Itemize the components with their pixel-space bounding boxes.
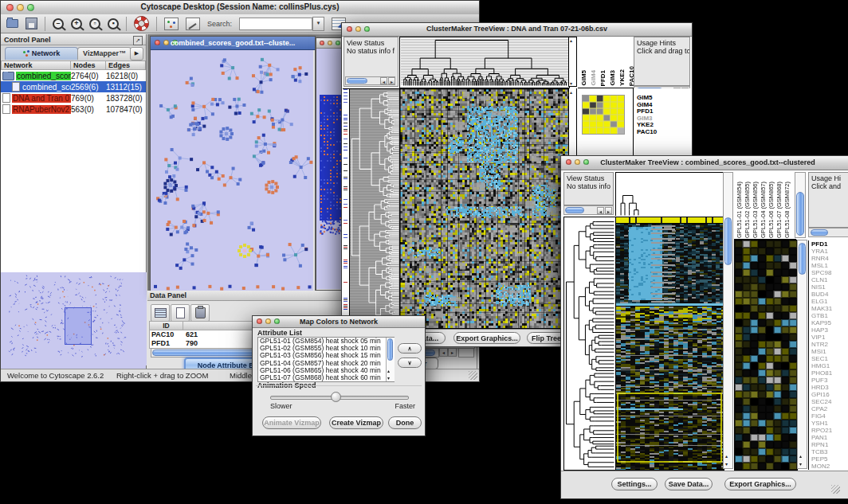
gene-label[interactable]: GTB1 xyxy=(811,312,848,319)
treeview2-zoom-heatmap[interactable] xyxy=(734,240,798,471)
attribute-list[interactable]: GPL51-01 (GSM854) heat shock 05 minGPL51… xyxy=(257,337,395,382)
move-down-button[interactable]: ∨ xyxy=(398,357,422,368)
treeview1-row-dendrogram[interactable] xyxy=(349,88,401,329)
gene-label[interactable]: SPC98 xyxy=(811,269,848,276)
gene-label[interactable]: HMG1 xyxy=(811,362,848,369)
minimize-icon[interactable] xyxy=(328,41,332,45)
gene-label[interactable]: MSL1 xyxy=(811,262,848,269)
gene-label[interactable]: CPA2 xyxy=(811,405,848,412)
column-network[interactable]: Network xyxy=(1,61,71,70)
zoom-window-icon[interactable] xyxy=(336,41,340,45)
help-icon[interactable] xyxy=(134,16,149,31)
tab-overflow-icon[interactable]: ▶ xyxy=(130,47,143,61)
gene-label[interactable]: RNR4 xyxy=(811,255,848,262)
gene-label[interactable]: MON2 xyxy=(811,463,848,470)
usage-hints-hscrollbar[interactable] xyxy=(808,228,848,237)
vizmapper-icon[interactable] xyxy=(164,18,179,30)
gene-label[interactable]: ELG1 xyxy=(811,298,848,305)
column-edges[interactable]: Edges xyxy=(106,61,146,70)
scroll-left-icon[interactable]: ◂ xyxy=(597,207,604,214)
zoom-out-icon[interactable]: – xyxy=(53,18,64,29)
search-input[interactable] xyxy=(239,18,312,30)
gene-label[interactable]: PEP5 xyxy=(811,455,848,463)
gene-label[interactable]: CLN1 xyxy=(811,276,848,283)
gene-label[interactable]: RPN1 xyxy=(811,441,848,448)
create-vizmap-button[interactable]: Create Vizmap xyxy=(329,416,383,429)
gene-label[interactable]: NTR2 xyxy=(811,341,848,348)
gene-label[interactable]: BUD4 xyxy=(811,291,848,298)
gene-label[interactable]: SEC24 xyxy=(811,398,848,405)
zoom-in-icon[interactable]: + xyxy=(71,18,82,29)
column-nodes[interactable]: Nodes xyxy=(71,61,106,70)
treeview2-row-dendrogram[interactable] xyxy=(563,217,616,471)
open-session-icon[interactable] xyxy=(6,19,18,28)
gene-label[interactable]: MSI1 xyxy=(811,348,848,355)
network-row[interactable]: DNA and Tran 07769(0)183728(0) xyxy=(1,92,146,104)
scroll-right-icon[interactable]: ▸ xyxy=(448,348,457,357)
treeview1-correlation-matrix[interactable] xyxy=(582,95,625,135)
search-dropdown-icon[interactable]: ▼ xyxy=(312,17,324,31)
gene-label[interactable]: FIG4 xyxy=(811,412,848,420)
tab-vizmapper[interactable]: VizMapper™ xyxy=(77,47,132,60)
dialog-title-bar[interactable]: Map Colors to Network xyxy=(253,316,425,328)
zoom-selected-icon[interactable]: ▫ xyxy=(89,18,100,29)
scrollbar-thumb[interactable] xyxy=(565,207,584,213)
gene-label[interactable]: RPO21 xyxy=(811,427,848,434)
gene-label[interactable]: HAP3 xyxy=(811,326,848,334)
gene-label[interactable]: NIS1 xyxy=(811,283,848,291)
done-button[interactable]: Done xyxy=(388,416,422,429)
float-panel-icon[interactable]: ↗ xyxy=(133,36,143,45)
scrollbar-thumb[interactable] xyxy=(387,338,393,361)
view-status-hscrollbar[interactable]: ◂ ▸ xyxy=(563,205,614,215)
annotation-icon[interactable] xyxy=(186,18,200,30)
gene-label[interactable]: PHO81 xyxy=(811,369,848,377)
export-graphics-button[interactable]: Export Graphics... xyxy=(453,332,520,344)
gene-label[interactable]: SEC1 xyxy=(811,355,848,362)
scroll-left-icon[interactable]: ◂ xyxy=(380,77,387,84)
network-view-canvas[interactable] xyxy=(151,50,313,291)
network-view-title-bar[interactable]: combined_scores_good.txt--cluste... xyxy=(151,37,315,50)
slider-thumb[interactable] xyxy=(331,392,341,402)
gene-label[interactable]: VIP1 xyxy=(811,334,848,341)
scrollbar-thumb[interactable] xyxy=(811,229,828,236)
attribute-select-icon[interactable] xyxy=(151,304,170,322)
gene-label[interactable]: YSH1 xyxy=(811,420,848,427)
scrollbar-thumb[interactable] xyxy=(796,192,804,236)
scrollbar-thumb[interactable] xyxy=(799,243,806,275)
move-up-button[interactable]: ∧ xyxy=(398,343,422,354)
treeview2-heatmap[interactable] xyxy=(615,217,724,471)
zoom-view-vscrollbar[interactable]: ▴ ▾ xyxy=(797,240,807,469)
save-session-icon[interactable] xyxy=(26,18,37,29)
treeview1-heatmap[interactable] xyxy=(399,88,570,329)
column-labels-vscrollbar[interactable] xyxy=(795,172,806,238)
treeview2-title-bar[interactable]: ClusterMaker TreeView : combined_scores_… xyxy=(561,156,848,170)
treeview1-label-scrollbar[interactable]: ▴ ▾ xyxy=(568,37,577,87)
treeview2-column-dendrogram[interactable] xyxy=(615,172,724,216)
resize-grip[interactable] xyxy=(831,485,840,494)
gene-label[interactable]: HRD3 xyxy=(811,384,848,391)
tab-network[interactable]: Network xyxy=(5,47,78,60)
delete-attribute-icon[interactable] xyxy=(190,304,210,322)
gene-label[interactable]: PAN1 xyxy=(811,434,848,441)
treeview1-title-bar[interactable]: ClusterMaker TreeView : DNA and Tran 07-… xyxy=(342,23,692,37)
export-graphics-button[interactable]: Export Graphics... xyxy=(724,478,796,490)
gene-label[interactable]: PUF3 xyxy=(811,377,848,384)
birdseye-view[interactable] xyxy=(1,272,146,369)
scrollbar-thumb[interactable] xyxy=(347,78,367,84)
network-row[interactable]: combined_sco2569(6)13112(15) xyxy=(1,81,146,92)
settings-button[interactable]: Settings... xyxy=(611,478,658,490)
gene-label[interactable]: YRA1 xyxy=(811,248,848,255)
scroll-left-icon[interactable]: ◂ xyxy=(439,348,448,357)
resize-grip[interactable] xyxy=(469,371,477,380)
network-row[interactable]: RNAPuberNov2+563(0)107847(0) xyxy=(1,104,146,115)
column-id[interactable]: ID xyxy=(150,322,183,330)
gene-label[interactable]: TCB3 xyxy=(811,448,848,455)
main-title-bar[interactable]: Cytoscape Desktop (Session Name: collins… xyxy=(1,1,479,15)
close-icon[interactable] xyxy=(320,41,324,45)
gene-label[interactable]: KAP95 xyxy=(811,319,848,326)
scrollbar-thumb[interactable] xyxy=(724,217,732,265)
gene-label[interactable]: MAK31 xyxy=(811,305,848,312)
save-data-button[interactable]: Save Data... xyxy=(665,478,713,490)
zoom-fit-icon[interactable]: ▪ xyxy=(108,18,119,29)
treeview2-vscrollbar[interactable]: ▴ ▾ xyxy=(723,172,733,469)
